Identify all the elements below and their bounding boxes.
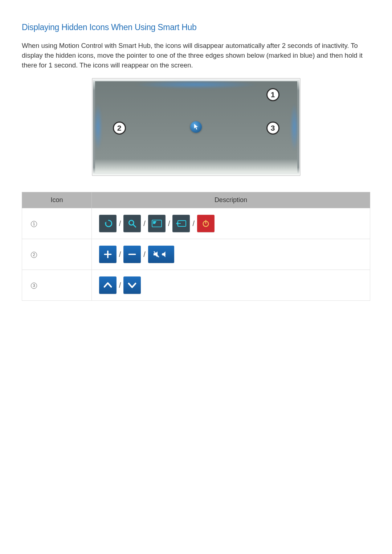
- separator: /: [119, 281, 122, 290]
- separator: /: [143, 219, 146, 228]
- header-icon: Icon: [22, 192, 92, 208]
- svg-line-1: [134, 225, 136, 227]
- volume-down-icon: [123, 246, 141, 263]
- separator: /: [119, 219, 122, 228]
- source-icon: [172, 215, 190, 232]
- volume-up-icon: [99, 246, 117, 263]
- power-icon: [197, 215, 215, 232]
- table-row: 1 / / / /: [22, 208, 370, 239]
- separator: /: [119, 250, 122, 259]
- search-icon: [123, 215, 141, 232]
- screen-diagram: 1 2 3: [22, 78, 370, 176]
- smart-hub-icon: [148, 215, 166, 232]
- icon-description-table: Icon Description 1 / / / /: [22, 192, 370, 301]
- row-number: 1: [31, 221, 37, 227]
- table-row: 2 / /: [22, 239, 370, 270]
- separator: /: [192, 219, 195, 228]
- motion-pointer-icon: [190, 121, 202, 133]
- row-number: 3: [31, 283, 37, 289]
- separator: /: [168, 219, 171, 228]
- left-edge-zone: [94, 103, 102, 151]
- separator: /: [143, 250, 146, 259]
- top-edge-zone: [134, 80, 258, 89]
- callout-2: 2: [113, 122, 126, 135]
- channel-down-icon: [123, 276, 141, 294]
- row-number: 2: [31, 252, 37, 258]
- body-paragraph: When using Motion Control with Smart Hub…: [22, 41, 370, 70]
- return-icon: [99, 215, 117, 232]
- table-row: 3 /: [22, 270, 370, 301]
- header-description: Description: [91, 192, 370, 208]
- mute-speaker-icon: [148, 246, 174, 263]
- section-title: Displaying Hidden Icons When Using Smart…: [22, 22, 370, 32]
- callout-3: 3: [266, 122, 279, 135]
- right-edge-zone: [290, 103, 299, 151]
- channel-up-icon: [99, 276, 117, 294]
- callout-1: 1: [266, 88, 279, 101]
